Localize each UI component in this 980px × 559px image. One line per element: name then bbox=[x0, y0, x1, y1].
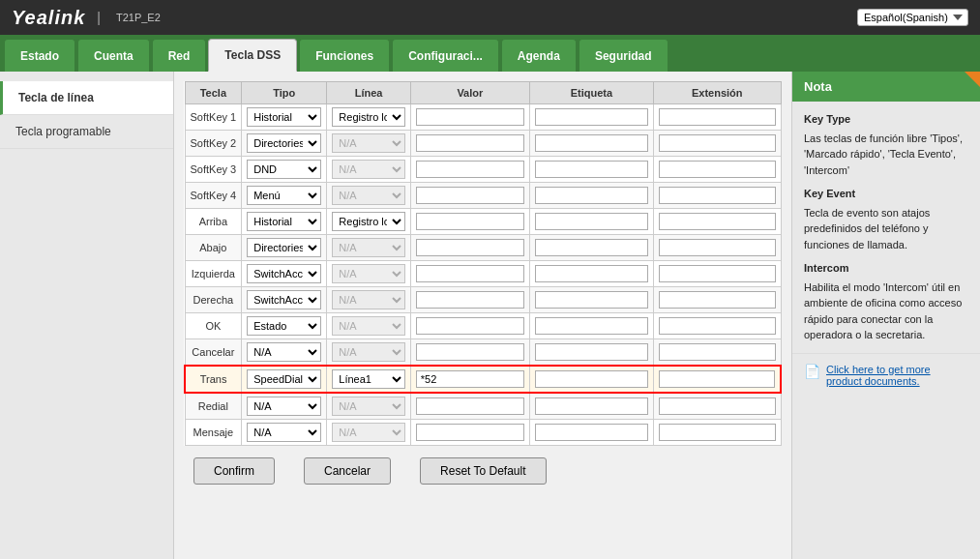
row-extension-cell[interactable] bbox=[654, 313, 781, 339]
linea-select[interactable]: N/ARegistro loc...Línea1Línea2 bbox=[332, 107, 404, 127]
etiqueta-input[interactable] bbox=[535, 370, 648, 388]
linea-select[interactable]: N/ARegistro loc...Línea1Línea2 bbox=[332, 186, 404, 205]
tipo-select[interactable]: N/AHistorialDirectoriesDNDMenúEstadoSwit… bbox=[247, 264, 321, 283]
tab-cuenta[interactable]: Cuenta bbox=[77, 39, 150, 72]
row-valor-cell[interactable] bbox=[410, 313, 529, 339]
tipo-select[interactable]: N/AHistorialDirectoriesDNDMenúEstadoSwit… bbox=[247, 160, 321, 179]
row-etiqueta-cell[interactable] bbox=[529, 420, 653, 446]
linea-select[interactable]: N/ARegistro loc...Línea1Línea2 bbox=[332, 133, 404, 153]
tipo-select[interactable]: N/AHistorialDirectoriesDNDMenúEstadoSwit… bbox=[247, 423, 321, 442]
row-etiqueta-cell[interactable] bbox=[529, 261, 653, 287]
tipo-select[interactable]: N/AHistorialDirectoriesDNDMenúEstadoSwit… bbox=[247, 133, 321, 153]
row-etiqueta-cell[interactable] bbox=[529, 209, 653, 235]
valor-input[interactable] bbox=[416, 397, 524, 415]
tipo-select[interactable]: N/AHistorialDirectoriesDNDMenúEstadoSwit… bbox=[247, 107, 321, 127]
etiqueta-input[interactable] bbox=[535, 343, 648, 361]
confirm-button[interactable]: Confirm bbox=[193, 457, 275, 485]
row-tipo-cell[interactable]: N/AHistorialDirectoriesDNDMenúEstadoSwit… bbox=[242, 393, 327, 420]
etiqueta-input[interactable] bbox=[535, 317, 648, 335]
linea-select[interactable]: N/ARegistro loc...Línea1Línea2 bbox=[332, 212, 404, 231]
tipo-select[interactable]: N/AHistorialDirectoriesDNDMenúEstadoSwit… bbox=[247, 342, 321, 362]
row-valor-cell[interactable] bbox=[410, 131, 529, 157]
valor-input[interactable] bbox=[416, 134, 524, 152]
extension-input[interactable] bbox=[659, 424, 775, 441]
linea-select[interactable]: N/ARegistro loc...Línea1Línea2 bbox=[332, 160, 404, 179]
row-tipo-cell[interactable]: N/AHistorialDirectoriesDNDMenúEstadoSwit… bbox=[242, 235, 327, 261]
row-tipo-cell[interactable]: N/AHistorialDirectoriesDNDMenúEstadoSwit… bbox=[242, 313, 327, 339]
row-tipo-cell[interactable]: N/AHistorialDirectoriesDNDMenúEstadoSwit… bbox=[242, 366, 327, 393]
row-linea-cell[interactable]: N/ARegistro loc...Línea1Línea2 bbox=[327, 420, 410, 446]
row-tipo-cell[interactable]: N/AHistorialDirectoriesDNDMenúEstadoSwit… bbox=[242, 183, 327, 209]
row-extension-cell[interactable] bbox=[654, 235, 781, 261]
linea-select[interactable]: N/ARegistro loc...Línea1Línea2 bbox=[332, 397, 404, 416]
valor-input[interactable] bbox=[416, 343, 524, 361]
row-valor-cell[interactable] bbox=[410, 339, 529, 367]
etiqueta-input[interactable] bbox=[535, 213, 648, 230]
row-linea-cell[interactable]: N/ARegistro loc...Línea1Línea2 bbox=[327, 183, 410, 209]
extension-input[interactable] bbox=[659, 161, 775, 178]
row-valor-cell[interactable] bbox=[410, 235, 529, 261]
row-extension-cell[interactable] bbox=[654, 339, 781, 367]
nota-link[interactable]: Click here to get more product documents… bbox=[826, 364, 968, 387]
linea-select[interactable]: N/ARegistro loc...Línea1Línea2 bbox=[332, 238, 404, 257]
etiqueta-input[interactable] bbox=[535, 187, 648, 204]
tipo-select[interactable]: N/AHistorialDirectoriesDNDMenúEstadoSwit… bbox=[247, 186, 321, 205]
tipo-select[interactable]: N/AHistorialDirectoriesDNDMenúEstadoSwit… bbox=[247, 397, 321, 416]
extension-input[interactable] bbox=[659, 291, 775, 309]
row-extension-cell[interactable] bbox=[654, 366, 781, 393]
tipo-select[interactable]: N/AHistorialDirectoriesDNDMenúEstadoSwit… bbox=[247, 238, 321, 257]
row-tipo-cell[interactable]: N/AHistorialDirectoriesDNDMenúEstadoSwit… bbox=[242, 131, 327, 157]
valor-input[interactable] bbox=[416, 161, 524, 178]
row-tipo-cell[interactable]: N/AHistorialDirectoriesDNDMenúEstadoSwit… bbox=[242, 104, 327, 131]
extension-input[interactable] bbox=[659, 134, 775, 152]
etiqueta-input[interactable] bbox=[535, 397, 648, 415]
row-tipo-cell[interactable]: N/AHistorialDirectoriesDNDMenúEstadoSwit… bbox=[242, 261, 327, 287]
tipo-select[interactable]: N/AHistorialDirectoriesDNDMenúEstadoSwit… bbox=[247, 290, 321, 309]
valor-input[interactable] bbox=[416, 265, 524, 282]
row-etiqueta-cell[interactable] bbox=[529, 393, 653, 420]
row-etiqueta-cell[interactable] bbox=[529, 313, 653, 339]
extension-input[interactable] bbox=[659, 370, 775, 388]
valor-input[interactable] bbox=[416, 370, 524, 388]
valor-input[interactable] bbox=[416, 424, 524, 441]
valor-input[interactable] bbox=[416, 239, 524, 256]
row-linea-cell[interactable]: N/ARegistro loc...Línea1Línea2 bbox=[327, 209, 410, 235]
row-valor-cell[interactable] bbox=[410, 287, 529, 313]
row-extension-cell[interactable] bbox=[654, 209, 781, 235]
cancel-button[interactable]: Cancelar bbox=[304, 457, 391, 485]
etiqueta-input[interactable] bbox=[535, 424, 648, 441]
tab-funciones[interactable]: Funciones bbox=[299, 39, 390, 72]
sidebar-item-tecla-linea[interactable]: Tecla de línea bbox=[0, 81, 173, 115]
tipo-select[interactable]: N/AHistorialDirectoriesDNDMenúEstadoSwit… bbox=[247, 369, 321, 389]
row-etiqueta-cell[interactable] bbox=[529, 104, 653, 131]
linea-select[interactable]: N/ARegistro loc...Línea1Línea2 bbox=[332, 342, 404, 362]
etiqueta-input[interactable] bbox=[535, 134, 648, 152]
row-valor-cell[interactable] bbox=[410, 209, 529, 235]
linea-select[interactable]: N/ARegistro loc...Línea1Línea2 bbox=[332, 369, 404, 389]
language-select[interactable]: Español(Spanish) English bbox=[857, 9, 968, 26]
row-linea-cell[interactable]: N/ARegistro loc...Línea1Línea2 bbox=[327, 157, 410, 183]
row-tipo-cell[interactable]: N/AHistorialDirectoriesDNDMenúEstadoSwit… bbox=[242, 209, 327, 235]
row-linea-cell[interactable]: N/ARegistro loc...Línea1Línea2 bbox=[327, 313, 410, 339]
row-etiqueta-cell[interactable] bbox=[529, 157, 653, 183]
tab-red[interactable]: Red bbox=[152, 39, 207, 72]
row-valor-cell[interactable] bbox=[410, 183, 529, 209]
row-extension-cell[interactable] bbox=[654, 261, 781, 287]
etiqueta-input[interactable] bbox=[535, 108, 648, 126]
tab-seguridad[interactable]: Seguridad bbox=[579, 39, 668, 72]
tipo-select[interactable]: N/AHistorialDirectoriesDNDMenúEstadoSwit… bbox=[247, 212, 321, 231]
etiqueta-input[interactable] bbox=[535, 239, 648, 256]
row-linea-cell[interactable]: N/ARegistro loc...Línea1Línea2 bbox=[327, 287, 410, 313]
row-valor-cell[interactable] bbox=[410, 104, 529, 131]
linea-select[interactable]: N/ARegistro loc...Línea1Línea2 bbox=[332, 290, 404, 309]
reset-button[interactable]: Reset To Default bbox=[420, 457, 547, 485]
valor-input[interactable] bbox=[416, 291, 524, 309]
row-linea-cell[interactable]: N/ARegistro loc...Línea1Línea2 bbox=[327, 261, 410, 287]
row-linea-cell[interactable]: N/ARegistro loc...Línea1Línea2 bbox=[327, 393, 410, 420]
extension-input[interactable] bbox=[659, 187, 775, 204]
row-etiqueta-cell[interactable] bbox=[529, 366, 653, 393]
row-extension-cell[interactable] bbox=[654, 131, 781, 157]
extension-input[interactable] bbox=[659, 213, 775, 230]
row-linea-cell[interactable]: N/ARegistro loc...Línea1Línea2 bbox=[327, 339, 410, 367]
linea-select[interactable]: N/ARegistro loc...Línea1Línea2 bbox=[332, 316, 404, 336]
